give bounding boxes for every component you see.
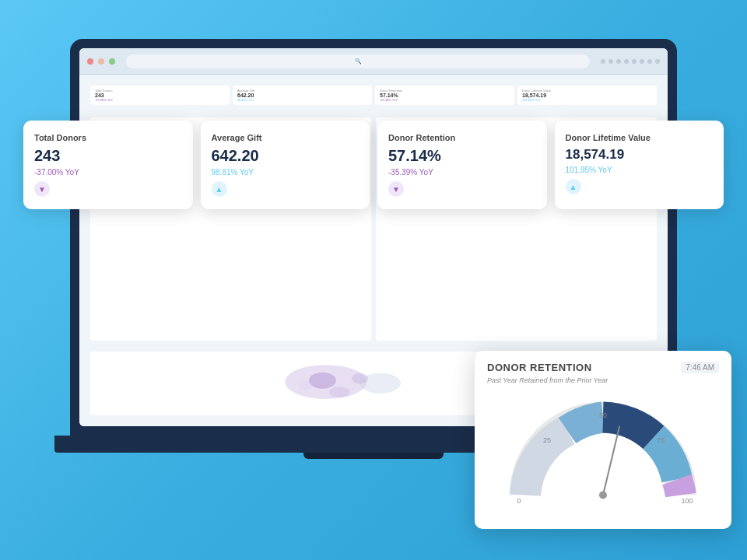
svg-point-1 xyxy=(309,373,336,389)
average-gift-title: Average Gift xyxy=(212,133,359,142)
donor-lifetime-value: 18,574.19 xyxy=(566,147,714,163)
inner-card-average-gift: Average Gift 642.20 98.81% YoY xyxy=(233,86,372,105)
donor-retention-title: Donor Retention xyxy=(388,133,536,142)
total-donors-arrow: ▼ xyxy=(34,181,50,197)
metric-card-total-donors: Total Donors 243 -37.00% YoY ▼ xyxy=(23,121,193,209)
donor-retention-arrow-icon: ▼ xyxy=(392,185,400,194)
gauge-container: 0 25 50 75 100 xyxy=(487,392,719,516)
inner-card-donor-retention: Donor Retention 57.14% -35.39% YoY xyxy=(375,86,514,105)
total-donors-title: Total Donors xyxy=(34,133,182,142)
donor-retention-widget: DONOR RETENTION 7:46 AM Past Year Retain… xyxy=(475,351,731,529)
svg-point-3 xyxy=(329,387,349,397)
metric-card-donor-retention: Donor Retention 57.14% -35.39% YoY ▼ xyxy=(377,121,547,209)
total-donors-yoy: -37.00% YoY xyxy=(34,168,182,177)
browser-url-bar[interactable]: 🔍 xyxy=(126,54,590,68)
gauge-label-50: 50 xyxy=(599,411,607,419)
donor-lifetime-title: Donor Lifetime Value xyxy=(566,133,714,142)
floating-metric-cards: Total Donors 243 -37.00% YoY ▼ Average G… xyxy=(23,121,724,209)
browser-bar: 🔍 xyxy=(79,48,668,75)
svg-point-5 xyxy=(299,381,313,390)
donor-lifetime-arrow: ▲ xyxy=(566,179,581,194)
gauge-label-25: 25 xyxy=(543,436,551,444)
retention-subtitle: Past Year Retained from the Prior Year xyxy=(487,376,719,384)
inner-card-donor-lifetime: Donor Lifetime Value 18,574.19 101.95% Y… xyxy=(517,86,657,105)
average-gift-arrow: ▲ xyxy=(212,181,227,197)
inner-card-total-donors: Total Donors 243 -37.00% YoY xyxy=(90,86,230,105)
donor-retention-value: 57.14% xyxy=(388,147,536,165)
average-gift-arrow-icon: ▲ xyxy=(216,185,223,194)
browser-dot-green xyxy=(109,58,115,65)
donor-lifetime-arrow-icon: ▲ xyxy=(570,183,577,191)
gauge-label-75: 75 xyxy=(657,436,665,444)
gauge-svg: 0 25 50 75 100 xyxy=(502,400,704,516)
donor-retention-yoy: -35.39% YoY xyxy=(388,168,536,177)
retention-header: DONOR RETENTION 7:46 AM xyxy=(487,362,719,373)
average-gift-yoy: 98.81% YoY xyxy=(212,168,359,177)
gauge-label-100: 100 xyxy=(681,497,693,505)
svg-point-4 xyxy=(352,373,368,384)
browser-dot-red xyxy=(87,58,93,65)
total-donors-value: 243 xyxy=(34,147,182,165)
browser-nav-dots xyxy=(601,59,660,64)
metric-card-donor-lifetime: Donor Lifetime Value 18,574.19 101.95% Y… xyxy=(555,121,724,209)
inner-metric-cards: Total Donors 243 -37.00% YoY Average Gif… xyxy=(90,86,657,105)
gauge-needle-center xyxy=(599,492,607,499)
browser-dot-yellow xyxy=(98,58,104,65)
retention-title: DONOR RETENTION xyxy=(487,362,592,373)
metric-card-average-gift: Average Gift 642.20 98.81% YoY ▲ xyxy=(201,121,370,209)
donor-lifetime-yoy: 101.95% YoY xyxy=(566,166,714,174)
donor-retention-arrow: ▼ xyxy=(388,181,404,197)
gauge-label-0: 0 xyxy=(517,497,521,505)
total-donors-arrow-icon: ▼ xyxy=(38,185,46,194)
average-gift-value: 642.20 xyxy=(212,147,359,165)
svg-point-6 xyxy=(556,449,650,517)
retention-time: 7:46 AM xyxy=(681,362,719,373)
